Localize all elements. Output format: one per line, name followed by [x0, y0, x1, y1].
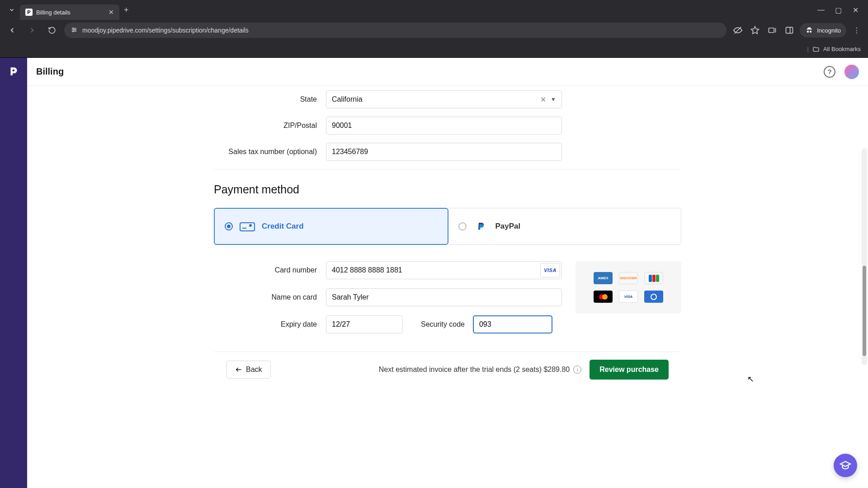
- clear-icon[interactable]: ✕: [540, 95, 546, 104]
- nav-reload-button[interactable]: [44, 23, 60, 38]
- card-number-input[interactable]: 4012 8888 8888 1881: [326, 261, 562, 279]
- chevron-down-icon[interactable]: ▼: [551, 96, 556, 103]
- discover-icon: DISCOVER: [619, 272, 638, 284]
- bookmarks-bar: | All Bookmarks: [0, 41, 868, 58]
- divider: [214, 169, 681, 169]
- accepted-cards-panel: AMEX DISCOVER: [576, 261, 681, 314]
- state-row: State California ✕ ▼: [214, 90, 681, 108]
- paypal-icon: [473, 221, 489, 232]
- tax-label: Sales tax number (optional): [214, 148, 326, 156]
- state-value: California: [332, 95, 363, 103]
- mastercard-icon: [594, 291, 613, 303]
- name-on-card-value: Sarah Tyler: [332, 293, 369, 301]
- back-label: Back: [246, 366, 262, 374]
- diners-icon: [644, 291, 663, 303]
- scrollbar[interactable]: [862, 148, 867, 365]
- zip-value: 90001: [332, 122, 352, 130]
- app-root: Billing ? State California ✕ ▼: [0, 58, 868, 488]
- window-minimize[interactable]: —: [816, 6, 826, 14]
- page-title: Billing: [36, 66, 64, 77]
- divider: |: [807, 46, 809, 52]
- jcb-icon: [644, 272, 663, 284]
- tab-favicon: P: [25, 9, 33, 16]
- tax-input[interactable]: 123456789: [326, 143, 562, 161]
- window-close[interactable]: ✕: [851, 6, 860, 14]
- svg-marker-7: [751, 27, 759, 34]
- tax-row: Sales tax number (optional) 123456789: [214, 143, 681, 161]
- svg-point-5: [73, 31, 74, 32]
- zip-label: ZIP/Postal: [214, 122, 326, 130]
- app-sidebar: [0, 58, 27, 488]
- zip-input[interactable]: 90001: [326, 117, 562, 135]
- folder-icon: [812, 46, 820, 53]
- site-settings-icon[interactable]: [71, 26, 78, 35]
- card-number-label: Card number: [214, 266, 326, 274]
- name-on-card-input[interactable]: Sarah Tyler: [326, 288, 562, 306]
- tax-value: 123456789: [332, 148, 368, 156]
- radio-icon: [458, 222, 467, 230]
- graduation-cap-icon: [840, 460, 851, 471]
- browser-address-bar: moodjoy.pipedrive.com/settings/subscript…: [0, 20, 868, 41]
- all-bookmarks-link[interactable]: All Bookmarks: [823, 46, 861, 52]
- expiry-value: 12/27: [332, 320, 350, 328]
- content-scroll[interactable]: State California ✕ ▼ ZIP/Postal 90001 Sa…: [27, 86, 868, 488]
- browser-menu-icon[interactable]: ⋮: [850, 23, 863, 37]
- arrow-left-icon: [235, 366, 242, 373]
- name-on-card-label: Name on card: [214, 293, 326, 301]
- browser-tab[interactable]: P Billing details ✕: [20, 5, 119, 20]
- review-purchase-button[interactable]: Review purchase: [590, 360, 669, 380]
- avatar[interactable]: [844, 65, 859, 79]
- credit-card-label: Credit Card: [262, 222, 304, 231]
- svg-point-13: [250, 225, 251, 226]
- amex-icon: AMEX: [594, 272, 613, 284]
- tablist-dropdown[interactable]: [4, 2, 20, 18]
- window-maximize[interactable]: ▢: [834, 6, 843, 14]
- tab-title: Billing details: [36, 9, 105, 16]
- svg-point-4: [75, 29, 76, 30]
- svg-rect-10: [786, 27, 793, 33]
- info-icon[interactable]: i: [573, 366, 581, 374]
- cvv-label: Security code: [421, 320, 465, 328]
- payment-method-title: Payment method: [214, 183, 681, 196]
- scroll-thumb[interactable]: [863, 266, 866, 356]
- new-tab-button[interactable]: +: [119, 5, 133, 15]
- payment-option-paypal[interactable]: PayPal: [448, 208, 682, 245]
- url-text: moodjoy.pipedrive.com/settings/subscript…: [82, 27, 249, 34]
- radio-icon: [225, 222, 233, 230]
- nav-back-button[interactable]: [5, 23, 20, 38]
- expiry-label: Expiry date: [214, 320, 326, 328]
- learning-fab[interactable]: [834, 454, 857, 477]
- payment-option-credit-card[interactable]: Credit Card: [214, 208, 448, 245]
- help-icon[interactable]: ?: [824, 66, 835, 78]
- visa-icon: VISA: [619, 291, 638, 303]
- cvv-input[interactable]: 093: [473, 315, 552, 333]
- expiry-security-row: Expiry date 12/27 Security code 093: [214, 315, 562, 333]
- cvv-value: 093: [479, 320, 491, 328]
- tracking-protection-icon[interactable]: [731, 23, 745, 37]
- back-button[interactable]: Back: [226, 361, 271, 379]
- card-type-badge: VISA: [540, 263, 560, 277]
- svg-rect-8: [769, 28, 774, 33]
- state-label: State: [214, 95, 326, 103]
- svg-point-3: [73, 28, 74, 29]
- tab-close-icon[interactable]: ✕: [108, 9, 114, 16]
- state-select[interactable]: California ✕ ▼: [326, 90, 562, 108]
- name-on-card-row: Name on card Sarah Tyler: [214, 288, 562, 306]
- media-control-icon[interactable]: [765, 23, 779, 37]
- bookmark-star-icon[interactable]: [748, 23, 762, 37]
- footer-bar: Back Next estimated invoice after the tr…: [214, 352, 681, 387]
- svg-rect-12: [240, 223, 255, 231]
- paypal-label: PayPal: [495, 222, 521, 231]
- credit-card-icon: [239, 221, 255, 232]
- nav-forward-button[interactable]: [24, 23, 40, 38]
- zip-row: ZIP/Postal 90001: [214, 117, 681, 135]
- incognito-label: Incognito: [817, 27, 841, 34]
- estimate-text: Next estimated invoice after the trial e…: [379, 366, 581, 374]
- side-panel-icon[interactable]: [783, 23, 796, 37]
- app-logo[interactable]: [7, 65, 20, 78]
- expiry-input[interactable]: 12/27: [326, 315, 403, 333]
- incognito-chip[interactable]: Incognito: [800, 23, 846, 38]
- card-number-value: 4012 8888 8888 1881: [332, 266, 402, 274]
- card-number-row: Card number 4012 8888 8888 1881 VISA: [214, 261, 562, 279]
- url-input[interactable]: moodjoy.pipedrive.com/settings/subscript…: [64, 23, 726, 38]
